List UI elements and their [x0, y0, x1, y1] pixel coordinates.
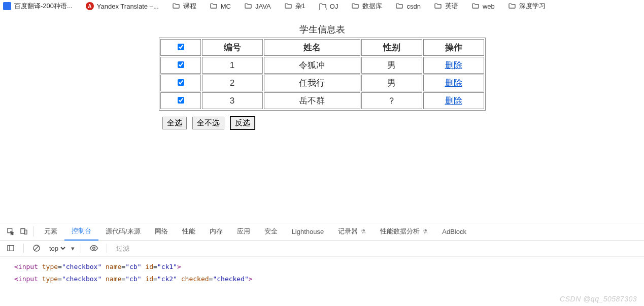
bookmark-label: OJ	[330, 3, 338, 10]
bookmark-folder[interactable]: 英语	[434, 2, 458, 11]
bookmark-folder[interactable]: OJ	[319, 2, 338, 10]
table-row: 2 任我行 男 删除	[160, 75, 484, 91]
chevron-down-icon: ▾	[71, 245, 75, 252]
tab-adblock[interactable]: AdBlock	[435, 224, 473, 240]
bookmark-folder[interactable]: JAVA	[244, 2, 271, 10]
row-checkbox[interactable]	[178, 97, 184, 104]
cell-gender: 男	[361, 75, 422, 91]
bookmark-label: 百度翻译-200种语...	[14, 2, 73, 11]
console-toolbar: top ▾	[0, 241, 644, 257]
bookmark-folder[interactable]: csdn	[395, 2, 420, 10]
select-all-button[interactable]: 全选	[162, 117, 187, 129]
cell-id: 1	[202, 57, 263, 74]
header-op: 操作	[423, 39, 484, 56]
folder-icon	[351, 2, 359, 10]
table-caption: 学生信息表	[0, 23, 644, 36]
clear-console-icon[interactable]	[30, 242, 43, 255]
cell-name: 令狐冲	[264, 57, 360, 74]
device-toggle-icon[interactable]	[17, 225, 30, 238]
flask-icon: ⚗	[423, 228, 428, 235]
inspect-icon[interactable]	[4, 225, 17, 238]
bookmark-folder[interactable]: web	[471, 2, 495, 10]
bookmark-label: 数据库	[362, 2, 382, 11]
bookmark-yandex[interactable]: A Yandex Translate –...	[86, 2, 159, 10]
table-header-row: 编号 姓名 性别 操作	[160, 39, 484, 56]
baidu-icon	[3, 2, 11, 10]
bookmarks-bar: 百度翻译-200种语... A Yandex Translate –... 课程…	[0, 0, 644, 14]
cell-name: 任我行	[264, 75, 360, 91]
tab-perf-insights[interactable]: 性能数据分析⚗	[373, 223, 435, 240]
row-checkbox[interactable]	[178, 61, 184, 68]
student-table: 编号 姓名 性别 操作 1 令狐冲 男 删除 2 任我行 男 删除 3 岳不群 …	[159, 38, 486, 111]
console-line[interactable]: <input type="checkbox" name="cb" id="ck2…	[14, 273, 634, 286]
flask-icon: ⚗	[361, 228, 366, 235]
page-content: 学生信息表 编号 姓名 性别 操作 1 令狐冲 男 删除 2 任我行 男 删除 …	[0, 14, 644, 129]
tab-security[interactable]: 安全	[257, 223, 285, 240]
console-line[interactable]: <input type="checkbox" name="cb" id="ck1…	[14, 261, 634, 274]
context-selector[interactable]: top	[47, 244, 67, 253]
svg-line-6	[34, 246, 39, 250]
tab-console[interactable]: 控制台	[64, 222, 98, 241]
header-gender: 性别	[361, 39, 422, 56]
bookmark-label: 英语	[445, 2, 458, 11]
cell-gender: ？	[361, 92, 422, 109]
live-expression-icon[interactable]	[87, 242, 100, 255]
filter-input[interactable]	[113, 243, 644, 254]
tab-network[interactable]: 网络	[148, 223, 175, 240]
cell-id: 2	[202, 75, 263, 91]
bookmark-label: csdn	[406, 3, 420, 10]
folder-icon	[434, 2, 442, 10]
folder-icon	[172, 2, 180, 10]
cell-id: 3	[202, 92, 263, 109]
yandex-icon: A	[86, 2, 94, 10]
bookmark-label: Yandex Translate –...	[97, 3, 159, 10]
folder-icon	[395, 2, 403, 10]
row-checkbox[interactable]	[178, 79, 184, 86]
tab-sources[interactable]: 源代码/来源	[98, 223, 148, 240]
invert-button[interactable]: 反选	[230, 117, 255, 129]
header-name: 姓名	[264, 39, 360, 56]
header-id: 编号	[202, 39, 263, 56]
tab-elements[interactable]: 元素	[37, 223, 64, 240]
folder-icon	[244, 2, 252, 10]
table-row: 1 令狐冲 男 删除	[160, 57, 484, 74]
console-output: <input type="checkbox" name="cb" id="ck1…	[0, 257, 644, 306]
folder-icon	[508, 2, 516, 10]
cell-gender: 男	[361, 57, 422, 74]
bookmark-label: 深度学习	[519, 2, 546, 11]
sidebar-toggle-icon[interactable]	[4, 242, 17, 255]
bookmark-label: MC	[221, 3, 231, 10]
tab-recorder[interactable]: 记录器⚗	[331, 223, 373, 240]
watermark: CSDN @qq_50587303	[560, 295, 637, 303]
bookmark-label: web	[483, 3, 495, 10]
folder-icon	[210, 2, 218, 10]
bookmark-folder[interactable]: 数据库	[351, 2, 382, 11]
tab-memory[interactable]: 内存	[202, 223, 230, 240]
bookmark-label: 杂1	[295, 2, 306, 11]
cell-name: 岳不群	[264, 92, 360, 109]
bookmark-folder[interactable]: 课程	[172, 2, 196, 11]
delete-link[interactable]: 删除	[445, 60, 462, 70]
delete-link[interactable]: 删除	[445, 96, 462, 106]
tab-performance[interactable]: 性能	[175, 223, 202, 240]
devtools-tabs: 元素 控制台 源代码/来源 网络 性能 内存 应用 安全 Lighthouse …	[0, 223, 644, 241]
button-row: 全选 全不选 反选	[162, 117, 482, 129]
svg-point-7	[93, 247, 95, 250]
checkbox-all[interactable]	[178, 44, 184, 50]
tab-application[interactable]: 应用	[230, 223, 257, 240]
folder-icon	[319, 2, 327, 10]
bookmark-folder[interactable]: 杂1	[284, 2, 306, 11]
devtools-panel: 元素 控制台 源代码/来源 网络 性能 内存 应用 安全 Lighthouse …	[0, 223, 644, 306]
folder-icon	[284, 2, 292, 10]
bookmark-folder[interactable]: MC	[210, 2, 231, 10]
bookmark-label: JAVA	[255, 3, 271, 10]
svg-rect-3	[8, 246, 14, 251]
delete-link[interactable]: 删除	[445, 78, 462, 88]
tab-lighthouse[interactable]: Lighthouse	[285, 224, 331, 240]
table-row: 3 岳不群 ？ 删除	[160, 92, 484, 109]
header-check	[160, 39, 201, 56]
bookmark-folder[interactable]: 深度学习	[508, 2, 546, 11]
folder-icon	[471, 2, 480, 10]
select-none-button[interactable]: 全不选	[192, 117, 224, 129]
bookmark-baidu[interactable]: 百度翻译-200种语...	[3, 2, 73, 11]
